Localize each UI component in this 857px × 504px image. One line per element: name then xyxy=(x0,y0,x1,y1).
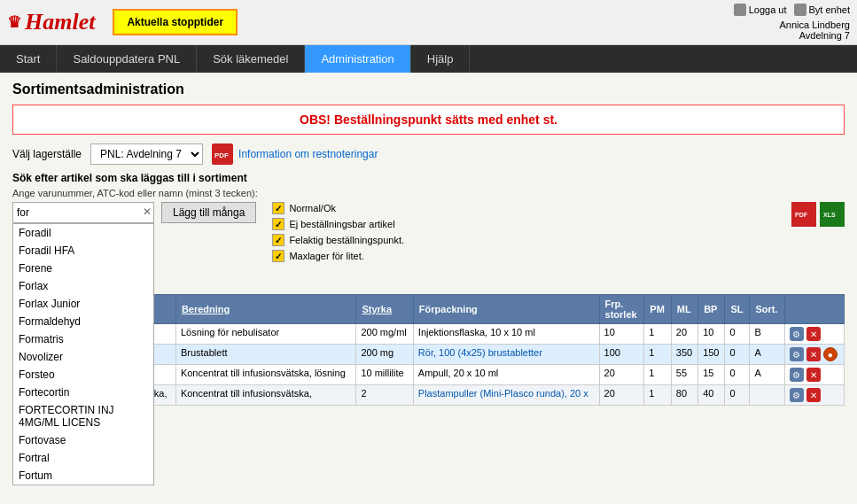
search-hint: Ange varunummer, ATC-kod eller namn (min… xyxy=(12,188,845,198)
dropdown-item-formaldehyd[interactable]: Formaldehyd xyxy=(13,313,153,330)
logo-text: Hamlet xyxy=(25,9,95,35)
cell-beredning: Lösning för nebulisator xyxy=(175,324,355,345)
col-actions xyxy=(784,295,844,324)
pdf-info-link[interactable]: PDF Information om restnoteringar xyxy=(212,143,378,165)
top-actions: Logga ut Byt enhet xyxy=(734,4,850,16)
dropdown-item-forene[interactable]: Forene xyxy=(13,260,153,277)
col-styrka-link[interactable]: Styrka xyxy=(362,304,392,314)
add-many-button[interactable]: Lägg till många xyxy=(161,202,256,223)
checkbox-normal-row: ✓ Normal/Ok xyxy=(272,202,404,214)
cell-ml: 350 xyxy=(671,345,697,365)
delete-icon[interactable]: ✕ xyxy=(806,347,821,361)
warehouse-label: Välj lagerställe xyxy=(12,148,82,160)
action-icons: ⚙ ✕ xyxy=(790,388,839,402)
nav-saldouppdatera[interactable]: Saldouppdatera PNL xyxy=(57,45,197,73)
cell-styrka: 10 millilite xyxy=(356,365,413,385)
switch-icon xyxy=(794,4,806,16)
checkbox-maxlager-row: ✓ Maxlager för litet. xyxy=(272,250,404,262)
col-ml[interactable]: ML xyxy=(671,295,697,324)
checkbox-ej-bestall-label: Ej beställningsbar artikel xyxy=(289,219,394,229)
search-section: Sök efter artikel som ska läggas till i … xyxy=(12,172,845,262)
checkbox-maxlager[interactable]: ✓ xyxy=(272,250,284,262)
cell-forpackning: Plastampuller (Mini-Plasco runda), 20 x xyxy=(413,385,599,406)
search-section-title: Sök efter artikel som ska läggas till i … xyxy=(12,172,845,184)
warning-icon[interactable]: ● xyxy=(823,347,838,361)
search-dropdown-container: ✕ Foradil Foradil HFA Forene Forlax Forl… xyxy=(12,202,154,223)
svg-text:PDF: PDF xyxy=(795,212,808,218)
dropdown-item-novolizer[interactable]: Novolizer xyxy=(13,348,153,366)
dropdown-item-forsteo[interactable]: Forsteo xyxy=(13,366,153,384)
col-forpackning[interactable]: Förpackning xyxy=(413,295,599,324)
warehouse-row: Välj lagerställe PNL: Avdelning 7 PDF In… xyxy=(12,143,845,165)
export-pdf-button[interactable]: PDF xyxy=(791,202,816,227)
dropdown-item-fortovase[interactable]: Fortovase xyxy=(13,431,153,449)
edit-icon[interactable]: ⚙ xyxy=(790,388,804,402)
delete-icon[interactable]: ✕ xyxy=(806,388,821,402)
cell-forpackning: Injektionsflaska, 10 x 10 ml xyxy=(413,324,599,345)
cell-ml: 80 xyxy=(671,385,697,406)
delete-icon[interactable]: ✕ xyxy=(806,368,821,382)
aktuella-stopptider-button[interactable]: Aktuella stopptider xyxy=(113,9,238,35)
checkbox-ej-bestall[interactable]: ✓ xyxy=(272,218,284,230)
cell-ml: 20 xyxy=(671,324,697,345)
cell-bp: 15 xyxy=(698,365,725,385)
cell-bp: 40 xyxy=(698,385,725,406)
dropdown-item-forlax[interactable]: Forlax xyxy=(13,277,153,295)
cell-sl: 0 xyxy=(725,345,750,365)
dropdown-item-fortum[interactable]: Fortum xyxy=(13,467,153,485)
nav-sok[interactable]: Sök läkemedel xyxy=(197,45,305,73)
col-beredning-link[interactable]: Beredning xyxy=(182,304,230,314)
cell-pm: 1 xyxy=(644,324,671,345)
cell-styrka: 2 xyxy=(356,385,413,406)
col-styrka[interactable]: Styrka xyxy=(356,295,413,324)
nav-hjalp[interactable]: Hjälp xyxy=(411,45,471,73)
search-input[interactable] xyxy=(12,202,154,223)
checkbox-ej-bestall-check: ✓ xyxy=(275,220,282,229)
user-unit: Avdelning 7 xyxy=(799,30,850,41)
dropdown-item-foradil[interactable]: Foradil xyxy=(13,224,153,242)
dropdown-item-fortecortin[interactable]: Fortecortin xyxy=(13,384,153,401)
col-beredning[interactable]: Beredning xyxy=(175,295,355,324)
cell-pm: 1 xyxy=(644,345,671,365)
cell-ml: 55 xyxy=(671,365,697,385)
checkbox-felaktig-check: ✓ xyxy=(275,236,282,245)
col-sl[interactable]: SL xyxy=(725,295,750,324)
checkbox-normal[interactable]: ✓ xyxy=(272,202,284,214)
checkbox-felaktig-label: Felaktig beställningspunkt. xyxy=(289,235,404,245)
dropdown-item-foradil-hfa[interactable]: Foradil HFA xyxy=(13,242,153,260)
crown-icon: ♛ xyxy=(7,12,21,32)
nav-start[interactable]: Start xyxy=(0,45,57,73)
cell-sort: A xyxy=(750,365,784,385)
nav-administration[interactable]: Administration xyxy=(305,45,410,73)
col-frp-storlek[interactable]: Frp.storlek xyxy=(599,295,644,324)
dropdown-item-fortral[interactable]: Fortral xyxy=(13,449,153,467)
cell-frp-storlek: 100 xyxy=(599,345,644,365)
search-clear-button[interactable]: ✕ xyxy=(143,205,152,218)
export-excel-button[interactable]: XLS xyxy=(820,202,845,227)
delete-icon[interactable]: ✕ xyxy=(806,327,821,341)
edit-icon[interactable]: ⚙ xyxy=(790,347,804,361)
dropdown-item-fortecortin-inj[interactable]: FORTECORTIN INJ 4MG/ML LICENS xyxy=(13,401,153,431)
edit-icon[interactable]: ⚙ xyxy=(790,327,804,341)
col-pm[interactable]: PM xyxy=(644,295,671,324)
alert-box: OBS! Beställningspunkt sätts med enhet s… xyxy=(12,105,845,135)
cell-sort: B xyxy=(750,324,784,345)
switch-unit-link[interactable]: Byt enhet xyxy=(794,4,850,16)
warehouse-select[interactable]: PNL: Avdelning 7 xyxy=(90,143,203,165)
edit-icon[interactable]: ⚙ xyxy=(790,368,804,382)
search-row: ✕ Foradil Foradil HFA Forene Forlax Forl… xyxy=(12,202,845,262)
checkbox-felaktig-row: ✓ Felaktig beställningspunkt. xyxy=(272,234,404,246)
cell-bp: 10 xyxy=(698,324,725,345)
checkbox-felaktig[interactable]: ✓ xyxy=(272,234,284,246)
checkbox-ej-bestall-row: ✓ Ej beställningsbar artikel xyxy=(272,218,404,230)
cell-sort xyxy=(750,385,784,406)
col-sort[interactable]: Sort. xyxy=(750,295,784,324)
dropdown-item-forlax-junior[interactable]: Forlax Junior xyxy=(13,295,153,313)
svg-text:PDF: PDF xyxy=(214,151,229,159)
search-input-wrap: ✕ xyxy=(12,202,154,223)
svg-text:XLS: XLS xyxy=(823,212,836,218)
col-bp[interactable]: BP xyxy=(698,295,725,324)
dropdown-item-formatris[interactable]: Formatris xyxy=(13,330,153,348)
logout-link[interactable]: Logga ut xyxy=(734,4,787,16)
cell-frp-storlek: 10 xyxy=(599,324,644,345)
